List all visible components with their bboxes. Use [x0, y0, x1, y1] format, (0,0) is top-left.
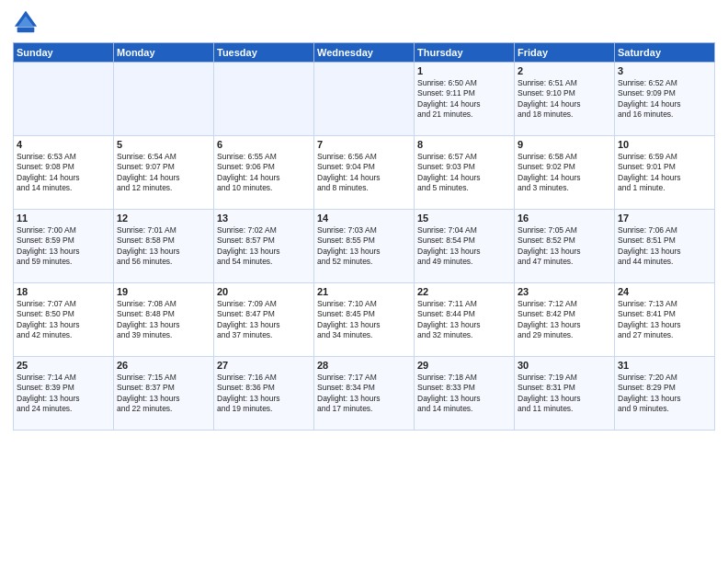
day-cell: 15Sunrise: 7:04 AMSunset: 8:54 PMDayligh… — [415, 210, 515, 283]
day-cell — [14, 63, 114, 136]
logo-icon — [13, 9, 39, 35]
col-header-wednesday: Wednesday — [314, 43, 415, 63]
header-row: SundayMondayTuesdayWednesdayThursdayFrid… — [14, 43, 715, 63]
day-cell: 17Sunrise: 7:06 AMSunset: 8:51 PMDayligh… — [615, 210, 715, 283]
day-number: 31 — [618, 360, 711, 371]
day-info: Sunrise: 7:05 AMSunset: 8:52 PMDaylight:… — [518, 225, 611, 268]
day-cell: 27Sunrise: 7:16 AMSunset: 8:36 PMDayligh… — [214, 357, 314, 431]
week-row-3: 11Sunrise: 7:00 AMSunset: 8:59 PMDayligh… — [14, 210, 715, 283]
day-number: 28 — [317, 360, 411, 371]
col-header-friday: Friday — [515, 43, 615, 63]
day-info: Sunrise: 6:50 AMSunset: 9:11 PMDaylight:… — [417, 78, 511, 121]
day-cell: 1Sunrise: 6:50 AMSunset: 9:11 PMDaylight… — [415, 63, 515, 136]
day-cell: 19Sunrise: 7:08 AMSunset: 8:48 PMDayligh… — [114, 283, 214, 357]
day-number: 21 — [317, 286, 411, 297]
day-number: 7 — [317, 139, 411, 150]
week-row-5: 25Sunrise: 7:14 AMSunset: 8:39 PMDayligh… — [14, 357, 715, 431]
day-info: Sunrise: 7:14 AMSunset: 8:39 PMDaylight:… — [17, 373, 110, 415]
day-info: Sunrise: 6:56 AMSunset: 9:04 PMDaylight:… — [317, 152, 411, 194]
day-info: Sunrise: 6:58 AMSunset: 9:02 PMDaylight:… — [518, 152, 611, 194]
day-info: Sunrise: 6:51 AMSunset: 9:10 PMDaylight:… — [518, 78, 611, 121]
day-cell: 12Sunrise: 7:01 AMSunset: 8:58 PMDayligh… — [114, 210, 214, 283]
week-row-2: 4Sunrise: 6:53 AMSunset: 9:08 PMDaylight… — [14, 136, 715, 210]
day-cell: 3Sunrise: 6:52 AMSunset: 9:09 PMDaylight… — [615, 63, 715, 136]
day-number: 9 — [518, 139, 611, 150]
day-cell: 13Sunrise: 7:02 AMSunset: 8:57 PMDayligh… — [214, 210, 314, 283]
day-number: 5 — [117, 139, 210, 150]
day-info: Sunrise: 7:15 AMSunset: 8:37 PMDaylight:… — [117, 373, 210, 415]
day-cell: 28Sunrise: 7:17 AMSunset: 8:34 PMDayligh… — [314, 357, 415, 431]
day-number: 13 — [217, 213, 311, 224]
day-cell: 7Sunrise: 6:56 AMSunset: 9:04 PMDaylight… — [314, 136, 415, 210]
day-cell: 10Sunrise: 6:59 AMSunset: 9:01 PMDayligh… — [615, 136, 715, 210]
day-number: 23 — [518, 286, 611, 297]
day-cell: 26Sunrise: 7:15 AMSunset: 8:37 PMDayligh… — [114, 357, 214, 431]
day-cell: 11Sunrise: 7:00 AMSunset: 8:59 PMDayligh… — [14, 210, 114, 283]
day-info: Sunrise: 7:19 AMSunset: 8:31 PMDaylight:… — [518, 373, 611, 415]
day-info: Sunrise: 6:57 AMSunset: 9:03 PMDaylight:… — [417, 152, 511, 194]
svg-rect-2 — [17, 28, 35, 33]
day-cell: 30Sunrise: 7:19 AMSunset: 8:31 PMDayligh… — [515, 357, 615, 431]
col-header-saturday: Saturday — [615, 43, 715, 63]
day-number: 6 — [217, 139, 311, 150]
day-info: Sunrise: 7:03 AMSunset: 8:55 PMDaylight:… — [317, 225, 411, 268]
day-cell: 23Sunrise: 7:12 AMSunset: 8:42 PMDayligh… — [515, 283, 615, 357]
day-info: Sunrise: 7:17 AMSunset: 8:34 PMDaylight:… — [317, 373, 411, 415]
day-info: Sunrise: 6:55 AMSunset: 9:06 PMDaylight:… — [217, 152, 311, 194]
day-cell — [314, 63, 415, 136]
day-cell — [214, 63, 314, 136]
calendar-container: SundayMondayTuesdayWednesdayThursdayFrid… — [0, 0, 728, 563]
day-number: 29 — [417, 360, 511, 371]
day-info: Sunrise: 7:20 AMSunset: 8:29 PMDaylight:… — [618, 373, 711, 415]
day-info: Sunrise: 7:13 AMSunset: 8:41 PMDaylight:… — [618, 299, 711, 341]
day-cell: 16Sunrise: 7:05 AMSunset: 8:52 PMDayligh… — [515, 210, 615, 283]
logo — [13, 9, 42, 35]
day-cell: 21Sunrise: 7:10 AMSunset: 8:45 PMDayligh… — [314, 283, 415, 357]
day-cell: 6Sunrise: 6:55 AMSunset: 9:06 PMDaylight… — [214, 136, 314, 210]
day-info: Sunrise: 7:06 AMSunset: 8:51 PMDaylight:… — [618, 225, 711, 268]
day-info: Sunrise: 7:07 AMSunset: 8:50 PMDaylight:… — [17, 299, 110, 341]
day-number: 18 — [17, 286, 110, 297]
week-row-1: 1Sunrise: 6:50 AMSunset: 9:11 PMDaylight… — [14, 63, 715, 136]
day-number: 11 — [17, 213, 110, 224]
day-cell: 5Sunrise: 6:54 AMSunset: 9:07 PMDaylight… — [114, 136, 214, 210]
day-cell: 14Sunrise: 7:03 AMSunset: 8:55 PMDayligh… — [314, 210, 415, 283]
day-number: 20 — [217, 286, 311, 297]
week-row-4: 18Sunrise: 7:07 AMSunset: 8:50 PMDayligh… — [14, 283, 715, 357]
day-number: 19 — [117, 286, 210, 297]
day-number: 10 — [618, 139, 711, 150]
day-cell — [114, 63, 214, 136]
day-cell: 24Sunrise: 7:13 AMSunset: 8:41 PMDayligh… — [615, 283, 715, 357]
day-cell: 8Sunrise: 6:57 AMSunset: 9:03 PMDaylight… — [415, 136, 515, 210]
day-number: 25 — [17, 360, 110, 371]
day-number: 15 — [417, 213, 511, 224]
day-info: Sunrise: 6:53 AMSunset: 9:08 PMDaylight:… — [17, 152, 110, 194]
col-header-thursday: Thursday — [415, 43, 515, 63]
day-info: Sunrise: 7:08 AMSunset: 8:48 PMDaylight:… — [117, 299, 210, 341]
day-cell: 22Sunrise: 7:11 AMSunset: 8:44 PMDayligh… — [415, 283, 515, 357]
day-info: Sunrise: 7:04 AMSunset: 8:54 PMDaylight:… — [417, 225, 511, 268]
col-header-sunday: Sunday — [14, 43, 114, 63]
day-number: 17 — [618, 213, 711, 224]
day-number: 12 — [117, 213, 210, 224]
day-info: Sunrise: 7:12 AMSunset: 8:42 PMDaylight:… — [518, 299, 611, 341]
day-number: 3 — [618, 65, 711, 76]
day-cell: 18Sunrise: 7:07 AMSunset: 8:50 PMDayligh… — [14, 283, 114, 357]
day-info: Sunrise: 7:09 AMSunset: 8:47 PMDaylight:… — [217, 299, 311, 341]
header — [13, 9, 715, 35]
day-number: 1 — [417, 65, 511, 76]
col-header-tuesday: Tuesday — [214, 43, 314, 63]
day-number: 26 — [117, 360, 210, 371]
day-number: 30 — [518, 360, 611, 371]
day-info: Sunrise: 6:52 AMSunset: 9:09 PMDaylight:… — [618, 78, 711, 121]
day-number: 22 — [417, 286, 511, 297]
day-cell: 31Sunrise: 7:20 AMSunset: 8:29 PMDayligh… — [615, 357, 715, 431]
day-cell: 2Sunrise: 6:51 AMSunset: 9:10 PMDaylight… — [515, 63, 615, 136]
day-info: Sunrise: 7:11 AMSunset: 8:44 PMDaylight:… — [417, 299, 511, 341]
day-number: 14 — [317, 213, 411, 224]
day-cell: 25Sunrise: 7:14 AMSunset: 8:39 PMDayligh… — [14, 357, 114, 431]
day-info: Sunrise: 7:16 AMSunset: 8:36 PMDaylight:… — [217, 373, 311, 415]
day-number: 16 — [518, 213, 611, 224]
day-info: Sunrise: 7:00 AMSunset: 8:59 PMDaylight:… — [17, 225, 110, 268]
day-number: 8 — [417, 139, 511, 150]
